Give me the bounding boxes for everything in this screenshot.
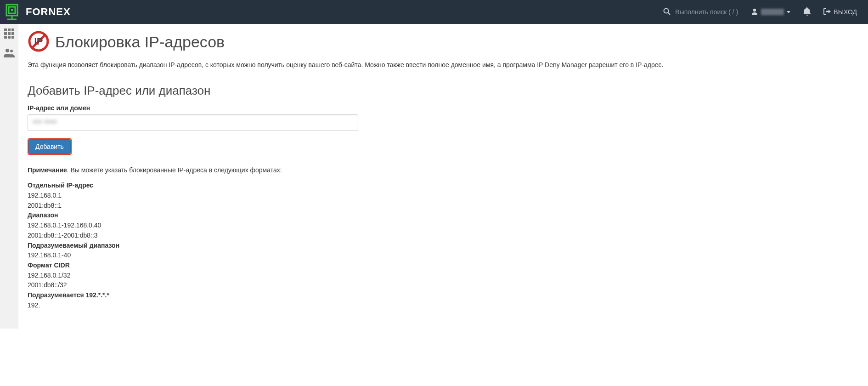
svg-point-18 <box>10 50 13 52</box>
svg-rect-8 <box>4 28 7 31</box>
svg-point-17 <box>6 49 9 52</box>
format-example: 192.168.0.1 <box>28 191 859 201</box>
svg-rect-15 <box>8 36 11 39</box>
format-example: 192.168.0.1-192.168.0.40 <box>28 221 859 231</box>
format-example: 2001:db8::/32 <box>28 280 859 290</box>
svg-rect-11 <box>4 32 7 35</box>
format-example: 2001:db8::1-2001:db8::3 <box>28 231 859 241</box>
format-example: 192.168.0.1-40 <box>28 250 859 261</box>
brand-icon <box>4 3 22 21</box>
format-example: 192.168.0.1/32 <box>28 271 859 281</box>
sidebar <box>0 24 18 329</box>
main-content: IP Блокировка IP-адресов Эта функция поз… <box>18 24 868 329</box>
page-title-icon: IP <box>28 30 50 54</box>
ip-input-obscured-value: xxx xxxx <box>33 118 57 125</box>
svg-line-6 <box>668 12 671 15</box>
logout-icon <box>823 8 831 17</box>
top-bar-right: Выполнить поиск ( / ) ВЫХОД <box>657 0 863 24</box>
svg-point-5 <box>664 8 669 13</box>
logout-label: ВЫХОД <box>834 8 857 16</box>
format-title: Отдельный IP-адрес <box>28 181 859 191</box>
add-button-highlight: Добавить <box>28 138 72 155</box>
svg-rect-9 <box>8 28 11 31</box>
svg-rect-2 <box>11 9 13 11</box>
svg-point-7 <box>753 8 756 11</box>
section-title: Добавить IP-адрес или диапазон <box>28 84 859 98</box>
format-example: 192. <box>28 301 859 311</box>
format-title: Подразумевается 192.*.*.* <box>28 290 859 301</box>
brand-text: FORNEX <box>26 6 71 18</box>
bell-icon <box>803 7 811 17</box>
svg-rect-10 <box>11 28 14 31</box>
user-menu[interactable] <box>744 0 797 24</box>
formats-list: Отдельный IP-адрес192.168.0.12001:db8::1… <box>28 181 859 310</box>
logout-button[interactable]: ВЫХОД <box>817 0 863 24</box>
search-placeholder: Выполнить поиск ( / ) <box>675 8 738 16</box>
sidebar-users-icon[interactable] <box>4 48 15 59</box>
svg-rect-14 <box>4 36 7 39</box>
svg-rect-13 <box>11 32 14 35</box>
svg-rect-16 <box>11 36 14 39</box>
user-name-obscured <box>761 9 784 15</box>
page-title: Блокировка IP-адресов <box>55 33 225 51</box>
svg-rect-12 <box>8 32 11 35</box>
user-icon <box>751 8 758 17</box>
note-line: Примечание. Вы можете указать блокирован… <box>28 165 859 175</box>
notifications-button[interactable] <box>797 0 817 24</box>
note-label: Примечание <box>28 166 67 174</box>
note-text: . Вы можете указать блокированные IP-адр… <box>67 166 282 174</box>
format-title: Формат CIDR <box>28 261 859 271</box>
sidebar-apps-icon[interactable] <box>4 28 14 40</box>
format-title: Подразумеваемый диапазон <box>28 241 859 251</box>
ip-input-label: IP-адрес или домен <box>28 104 859 112</box>
search-icon <box>663 8 671 17</box>
format-title: Диапазон <box>28 210 859 221</box>
svg-text:IP: IP <box>34 36 43 46</box>
brand-logo[interactable]: FORNEX <box>0 3 71 21</box>
format-example: 2001:db8::1 <box>28 201 859 211</box>
search-group[interactable]: Выполнить поиск ( / ) <box>657 0 744 24</box>
chevron-down-icon <box>787 11 790 13</box>
ip-input[interactable]: xxx xxxx <box>28 114 358 131</box>
top-bar: FORNEX Выполнить поиск ( / ) ВЫХОД <box>0 0 868 24</box>
add-button[interactable]: Добавить <box>28 139 71 154</box>
page-description: Эта функция позволяет блокировать диапаз… <box>28 60 859 70</box>
